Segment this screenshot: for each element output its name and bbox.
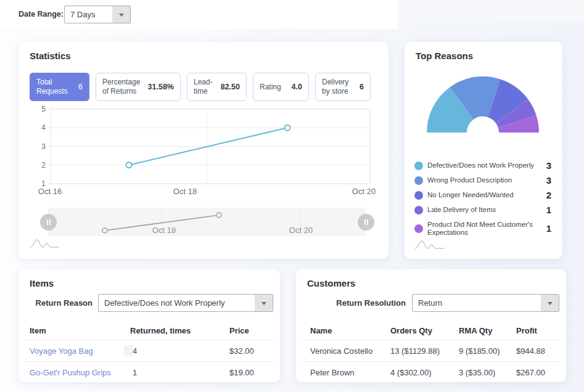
- svg-text:Oct 20: Oct 20: [289, 226, 313, 235]
- date-range-select[interactable]: 7 Days: [64, 6, 131, 23]
- chevron-down-icon[interactable]: [255, 295, 273, 311]
- scrollbar-left-handle[interactable]: [40, 214, 57, 231]
- top-reasons-legend: Defective/Does not Work Properly 3 Wrong…: [414, 161, 551, 243]
- legend-swatch: [414, 176, 423, 185]
- svg-text:Oct 16: Oct 16: [38, 187, 62, 196]
- amcharts-logo-icon: [30, 238, 60, 248]
- chevron-down-icon[interactable]: [541, 295, 559, 311]
- table-row: Veronica Costello 13 ($1129.88) 9 ($185.…: [296, 340, 566, 361]
- topbar-right-strip: [398, 0, 584, 23]
- legend-swatch: [414, 161, 423, 170]
- svg-text:Oct 18: Oct 18: [173, 187, 197, 196]
- svg-text:5: 5: [41, 105, 46, 113]
- top-reasons-title: Top Reasons: [416, 51, 473, 61]
- svg-text:4: 4: [41, 123, 46, 132]
- tab-percentage-of-returns[interactable]: Percentage of Returns 31.58%: [96, 73, 181, 101]
- scrollbar-right-handle[interactable]: [358, 214, 374, 231]
- hover-artifact: [124, 345, 133, 356]
- chart-scrollbar[interactable]: Oct 18Oct 20: [48, 208, 366, 236]
- legend-item[interactable]: No Longer Needed/Wanted 2: [414, 191, 551, 200]
- item-link[interactable]: Go-Get'r Pushup Grips: [30, 368, 111, 377]
- items-panel: Items Return Reason Defective/Does not W…: [19, 269, 280, 382]
- scrollbar-preview-chart: Oct 18Oct 20: [48, 208, 366, 236]
- amcharts-logo-icon: [414, 239, 445, 250]
- customers-table-header: Name Orders Qty RMA Qty Profit: [296, 321, 566, 340]
- svg-text:2: 2: [41, 161, 46, 169]
- top-reasons-panel: Top Reasons Defective/Does not Work Prop…: [405, 42, 562, 259]
- svg-text:Oct 20: Oct 20: [352, 187, 376, 196]
- customers-panel: Customers Return Resolution Return Name …: [296, 269, 566, 382]
- legend-item[interactable]: Product Did Not Meet Customer's Expectat…: [414, 221, 551, 237]
- statistics-panel: Statistics Total Requests 6 Percentage o…: [19, 42, 389, 259]
- legend-swatch: [414, 191, 423, 200]
- item-link[interactable]: Voyage Yoga Bag: [30, 346, 93, 356]
- tab-lead-time[interactable]: Lead-time 82.50: [187, 73, 247, 101]
- chevron-down-icon[interactable]: [112, 6, 130, 23]
- legend-item[interactable]: Wrong Product Description 3: [414, 176, 551, 185]
- svg-text:3: 3: [41, 142, 46, 151]
- table-row: Voyage Yoga Bag 4 $32.00: [19, 340, 280, 361]
- tab-rating[interactable]: Rating 4.0: [253, 73, 309, 101]
- customers-table: Name Orders Qty RMA Qty Profit Veronica …: [296, 321, 566, 383]
- legend-swatch: [414, 206, 423, 214]
- top-reasons-donut-chart: [405, 76, 562, 174]
- tab-delivery-by-store[interactable]: Delivery by store 6: [315, 73, 371, 101]
- date-range-label: Date Range:: [19, 10, 64, 18]
- requests-line-chart: 12345Oct 16Oct 18Oct 20: [19, 104, 389, 202]
- return-resolution-select[interactable]: Return: [412, 294, 559, 312]
- legend-swatch: [414, 224, 423, 233]
- table-row: Peter Brown 4 ($302.00) 3 ($35.00) $267.…: [296, 362, 566, 383]
- customers-title: Customers: [307, 278, 355, 288]
- table-row: Go-Get'r Pushup Grips 1 $19.00: [19, 362, 280, 383]
- return-reason-label: Return Reason: [27, 298, 93, 308]
- items-table: Item Returned, times Price Voyage Yoga B…: [19, 321, 280, 383]
- legend-item[interactable]: Defective/Does not Work Properly 3: [414, 161, 551, 170]
- return-reason-select[interactable]: Defective/Does not Work Properly: [98, 294, 273, 312]
- svg-text:Oct 18: Oct 18: [152, 226, 176, 235]
- statistics-tabs: Total Requests 6 Percentage of Returns 3…: [30, 73, 371, 101]
- statistics-title: Statistics: [30, 51, 71, 61]
- return-resolution-label: Return Resolution: [305, 298, 406, 308]
- legend-item[interactable]: Late Delivery of Items 1: [414, 206, 551, 214]
- tab-total-requests[interactable]: Total Requests 6: [30, 73, 89, 101]
- items-table-header: Item Returned, times Price: [19, 321, 280, 340]
- items-title: Items: [30, 278, 54, 288]
